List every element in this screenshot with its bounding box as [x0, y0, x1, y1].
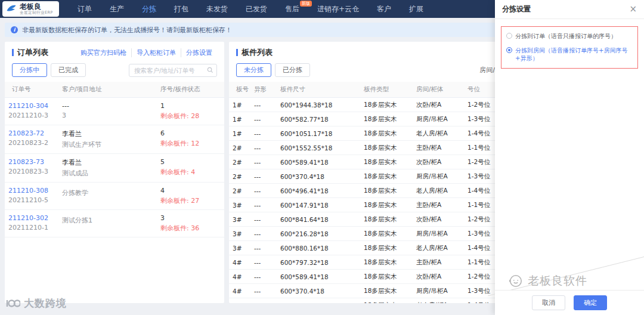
board-cell-room-cabinet: 老人房/柜A [413, 184, 464, 198]
board-cell-board-no[interactable]: 4# [229, 270, 250, 284]
board-cell-board-size: 600*496.41*18 [277, 298, 360, 304]
order-no-cell: 210823-7220210823-2 [5, 125, 58, 154]
order-row[interactable]: 210823-7320210823-3李看兰测试成品5剩余板件: 4 [5, 154, 224, 183]
radio-icon [506, 33, 512, 39]
order-row[interactable]: 211210-30420211210-3---31剩余板件: 28 [5, 98, 224, 125]
nav-item-label: 客户 [377, 5, 391, 13]
nav-item-inventory-cloud[interactable]: 进销存+云仓 [308, 0, 368, 18]
board-cell-board-no[interactable]: 1# [229, 126, 250, 141]
search-input[interactable] [129, 64, 217, 77]
order-no-cell: 211210-30420211210-3 [5, 98, 58, 125]
order-customer-cell: 李看兰测试成品 [58, 154, 157, 183]
nav-item-customers[interactable]: 客户 [368, 0, 400, 18]
orders-table-body: 211210-30420211210-3---31剩余板件: 28210823-… [5, 98, 224, 237]
board-cell-board-type: 18多层实木 [360, 284, 413, 298]
order-customer-cell: 测试分拣1 [58, 210, 157, 237]
board-cell-board-type: 18多层实木 [360, 241, 413, 255]
order-row[interactable]: 211210-30220211210-1测试分拣13剩余板件: 36 [5, 210, 224, 237]
order-no-link[interactable]: 211210-304 [8, 102, 55, 110]
order-seq: 1 [160, 102, 221, 110]
board-cell-board-no[interactable]: 2# [229, 184, 250, 198]
customer-address: 分拣教学 [62, 189, 153, 197]
orders-tabs-1[interactable]: 已完成 [51, 63, 86, 77]
board-cell-board-no[interactable]: 3# [229, 212, 250, 227]
nav-item-orders[interactable]: 订单 [69, 0, 101, 18]
order-date: 20211210-3 [8, 112, 55, 119]
nav-item-shipped[interactable]: 已发货 [237, 0, 276, 18]
order-no-link[interactable]: 211210-308 [8, 187, 55, 194]
board-cell-board-type: 18多层实木 [360, 212, 413, 227]
board-cell-shaped: --- [250, 298, 277, 304]
column-header: 订单号 [5, 82, 58, 98]
nav-menu: 订单生产分拣打包未发货已发货售后新版进销存+云仓客户扩展 [69, 0, 432, 18]
board-cell-board-no[interactable]: 3# [229, 241, 250, 255]
board-cell-board-no[interactable]: 2# [229, 169, 250, 184]
sorting-option-0[interactable]: 分拣到订单（语音只播报订单的序号） [506, 32, 633, 41]
nav-item-label: 扩展 [409, 5, 423, 13]
order-row[interactable]: 210823-7220210823-2李看兰测试生产环节6剩余板件: 12 [5, 125, 224, 154]
app-logo[interactable]: 老板良 全屋定制行业ERP [2, 1, 59, 17]
board-cell-board-no[interactable]: 4# [229, 255, 250, 270]
board-cell-room-cabinet: 主卧/柜A [413, 198, 464, 212]
order-no-link[interactable]: 210823-73 [8, 158, 55, 166]
close-icon[interactable]: × [629, 5, 637, 14]
orders-link-buy-scanner[interactable]: 购买官方扫码枪 [76, 48, 131, 57]
nav-item-label: 生产 [110, 5, 124, 13]
confirm-button[interactable]: 确定 [574, 295, 607, 310]
nav-item-aftersale[interactable]: 售后新版 [276, 0, 308, 18]
orders-tabs-row: 分拣中已完成 [5, 62, 224, 82]
cancel-button[interactable]: 取消 [532, 295, 565, 310]
order-no-cell: 210823-7320210823-3 [5, 154, 58, 183]
board-cell-board-size: 600*216.28*18 [277, 227, 360, 241]
order-seq: 6 [160, 129, 221, 137]
sorting-options: 分拣到订单（语音只播报订单的序号）分拣到房间（语音播报订单序号+房间序号+异形） [501, 26, 638, 69]
orders-tabs-0[interactable]: 分拣中 [12, 63, 47, 77]
orders-table: 订单号客户/项目地址序号/板件状态 211210-30420211210-3--… [5, 82, 224, 237]
sorting-option-1[interactable]: 分拣到房间（语音播报订单序号+房间序号+异形） [506, 47, 633, 63]
nav-item-extensions[interactable]: 扩展 [400, 0, 432, 18]
board-cell-board-size: 600*589.41*18 [277, 270, 360, 284]
boards-tabs-1[interactable]: 已分拣 [275, 63, 310, 77]
orders-link-import-orders[interactable]: 导入柜柜订单 [131, 48, 181, 57]
board-cell-board-size: 600*1944.38*18 [277, 98, 360, 112]
nav-item-sorting[interactable]: 分拣 [133, 0, 165, 18]
orders-panel-head: 订单列表 购买官方扫码枪导入柜柜订单分拣设置 [5, 42, 224, 62]
board-cell-shaped: --- [250, 284, 277, 298]
brand-logo-icon [508, 273, 524, 289]
board-cell-board-no[interactable]: 2# [229, 155, 250, 169]
order-seq: 3 [160, 214, 221, 222]
order-remaining-count: 剩余板件: 4 [160, 168, 221, 177]
board-cell-board-type: 18多层实木 [360, 112, 413, 126]
order-no-cell: 211210-30820211210-5 [5, 183, 58, 210]
board-cell-board-type: 18多层实木 [360, 126, 413, 141]
nav-item-label: 未发货 [206, 5, 228, 13]
board-cell-board-size: 600*582.77*18 [277, 112, 360, 126]
order-row[interactable]: 211210-30820211210-5分拣教学4剩余板件: 27 [5, 183, 224, 210]
order-customer-cell: ---3 [58, 98, 157, 125]
board-cell-shaped: --- [250, 241, 277, 255]
boards-tabs-0[interactable]: 未分拣 [236, 63, 271, 77]
board-cell-room-cabinet: 厨房/吊柜A [413, 227, 464, 241]
board-cell-board-no[interactable]: 2# [229, 141, 250, 155]
board-cell-board-no[interactable]: 4# [229, 284, 250, 298]
customer-address: 测试分拣1 [62, 216, 153, 225]
order-no-link[interactable]: 210823-72 [8, 129, 55, 137]
title-accent-bar [12, 49, 14, 56]
orders-link-sorting-settings[interactable]: 分拣设置 [181, 48, 217, 57]
nav-item-label: 分拣 [142, 5, 156, 13]
nav-item-unshipped[interactable]: 未发货 [197, 0, 237, 18]
nav-item-production[interactable]: 生产 [101, 0, 133, 18]
board-cell-board-no[interactable]: 1# [229, 98, 250, 112]
board-cell-room-cabinet: 主卧/柜A [413, 255, 464, 270]
board-cell-board-no[interactable]: 3# [229, 198, 250, 212]
board-cell-board-no[interactable]: 4# [229, 298, 250, 304]
board-cell-shaped: --- [250, 227, 277, 241]
sorting-option-label: 分拣到订单（语音只播报订单的序号） [515, 32, 617, 41]
page-watermark-text: 大数跨境 [24, 297, 67, 310]
board-cell-board-no[interactable]: 3# [229, 227, 250, 241]
column-header: 板件尺寸 [277, 82, 360, 98]
board-cell-board-no[interactable]: 1# [229, 112, 250, 126]
order-no-link[interactable]: 211210-302 [8, 214, 55, 222]
nav-item-packing[interactable]: 打包 [165, 0, 197, 18]
orders-panel-title: 订单列表 [17, 47, 48, 58]
